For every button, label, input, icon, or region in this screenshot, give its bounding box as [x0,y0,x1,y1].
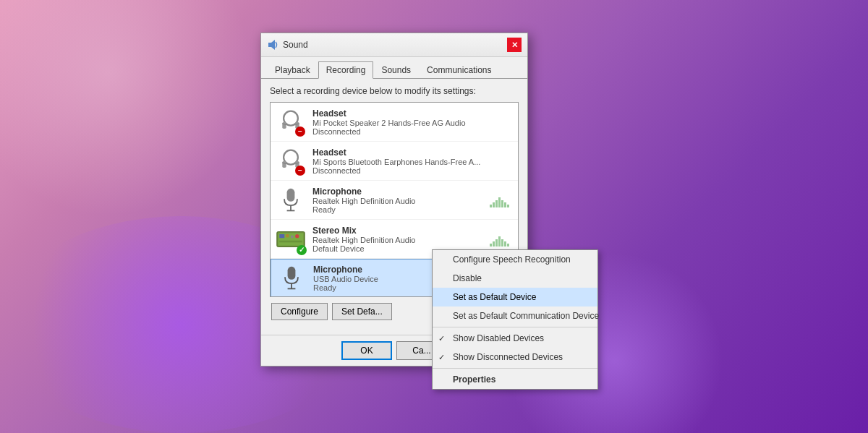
device-item-headset-1[interactable]: − Headset Mi Pocket Speaker 2 Hands-Free… [271,103,518,142]
device-name-1: Headset [312,108,512,119]
device-desc-4: Realtek High Definition Audio [312,236,490,244]
bg-decoration-1 [0,0,253,217]
vol-bar [490,244,492,246]
dialog-title-left: Sound [267,39,308,51]
device-desc-3: Realtek High Definition Audio [312,197,490,205]
vol-bar [498,236,501,246]
tab-recording[interactable]: Recording [318,61,374,79]
vol-bar [501,239,503,246]
device-info-2: Headset Mi Sports Bluetooth Earphones Ha… [312,147,512,175]
svg-rect-21 [279,240,302,242]
check-icon-disconnected: ✓ [438,353,445,362]
ctx-show-disabled[interactable]: ✓ Show Disabled Devices [433,329,597,348]
svg-rect-0 [268,43,271,47]
svg-rect-19 [291,235,294,238]
vol-bar [504,241,506,246]
tab-communications[interactable]: Communications [419,61,499,79]
device-status-2: Disconnected [312,166,512,175]
ctx-properties[interactable]: Properties [433,370,597,389]
device-item-headset-2[interactable]: − Headset Mi Sports Bluetooth Earphones … [271,142,518,181]
check-icon-disabled: ✓ [438,334,445,343]
device-status-1: Disconnected [312,127,512,136]
volume-bars-4 [490,232,512,246]
status-badge-red-1: − [295,127,305,137]
tabs-bar: Playback Recording Sounds Communications [261,57,527,79]
vol-bar [507,205,509,207]
set-default-button[interactable]: Set Defa... [332,303,392,320]
vol-bar [490,205,492,207]
vol-bar [495,239,498,246]
device-item-microphone-1[interactable]: Microphone Realtek High Definition Audio… [271,181,518,220]
status-badge-red-2: − [295,166,305,176]
ctx-configure-speech[interactable]: Configure Speech Recognition [433,250,597,269]
svg-rect-12 [287,188,295,201]
tab-sounds[interactable]: Sounds [373,61,419,79]
device-name-4: Stereo Mix [312,226,490,236]
vol-bar [501,200,503,207]
device-status-3: Ready [312,205,490,214]
status-badge-green: ✓ [297,245,307,255]
device-info-1: Headset Mi Pocket Speaker 2 Hands-Free A… [312,108,512,136]
svg-rect-8 [282,161,286,168]
context-menu: Configure Speech Recognition Disable Set… [432,249,598,390]
svg-marker-1 [271,40,275,50]
dialog-titlebar: Sound ✕ [261,33,527,57]
device-name-2: Headset [312,147,512,158]
device-desc-1: Mi Pocket Speaker 2 Hands-Free AG Audio [312,119,512,127]
dialog-title-text: Sound [283,40,308,50]
ctx-set-default-device[interactable]: Set as Default Device [433,288,597,306]
ctx-divider-2 [433,368,597,369]
vol-bar [504,202,506,207]
vol-bar [493,202,495,207]
device-icon-microphone-1 [276,186,305,215]
vol-bar [495,200,498,207]
device-info-3: Microphone Realtek High Definition Audio… [312,187,490,214]
device-info-4: Stereo Mix Realtek High Definition Audio… [312,226,490,253]
vol-bar [507,244,509,246]
device-name-3: Microphone [312,187,490,197]
svg-point-20 [295,234,299,238]
device-icon-microphone-usb [277,264,306,293]
configure-button[interactable]: Configure [271,303,328,320]
device-icon-stereo: ✓ [276,225,305,254]
device-icon-headset-1: − [276,108,305,137]
sound-icon [267,39,278,51]
svg-rect-17 [279,234,284,238]
svg-rect-3 [282,122,286,129]
vol-bar [498,197,501,207]
device-icon-headset-2: − [276,147,305,176]
ctx-divider-1 [433,327,597,327]
volume-bars-3 [490,193,512,207]
ctx-disable[interactable]: Disable [433,269,597,288]
tab-playback[interactable]: Playback [267,61,318,79]
device-desc-2: Mi Sports Bluetooth Earphones Hands-Free… [312,158,512,166]
ctx-set-default-comm[interactable]: Set as Default Communication Device [433,306,597,325]
ok-button[interactable]: OK [341,341,392,360]
microphone-icon-2 [281,265,302,291]
vol-bar [493,241,495,246]
close-button[interactable]: ✕ [507,38,522,52]
instruction-text: Select a recording device below to modif… [270,86,519,96]
svg-rect-22 [288,267,296,280]
microphone-icon-1 [280,187,302,213]
svg-rect-18 [286,234,289,237]
ctx-show-disconnected[interactable]: ✓ Show Disconnected Devices [433,348,597,366]
